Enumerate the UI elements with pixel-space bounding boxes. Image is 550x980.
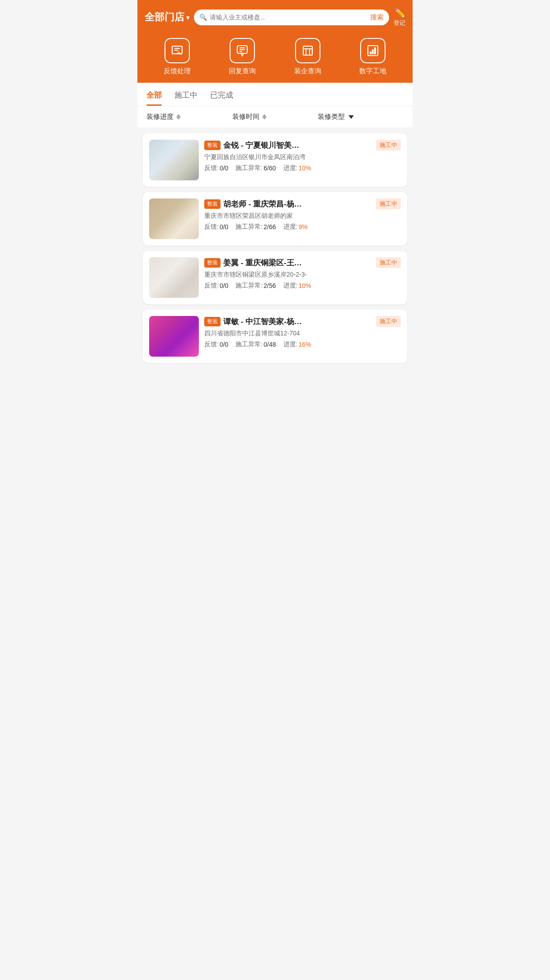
stat-abnormal: 施工异常: 2/56 <box>235 282 276 290</box>
nav-company[interactable]: 装企查询 <box>294 38 321 75</box>
list-item[interactable]: 整装 金锐 - 宁夏银川智美… 施工中 宁夏回族自治区银川市金凤区南泊湾 反馈:… <box>143 133 407 187</box>
login-button[interactable]: ✏️ 登记 <box>394 7 405 27</box>
header-top: 全部门店 ▾ 🔍 搜索 ✏️ 登记 <box>145 7 405 27</box>
stat-abnormal: 施工异常: 6/60 <box>235 164 276 172</box>
tab-completed[interactable]: 已完成 <box>210 83 233 106</box>
company-icon <box>295 38 320 63</box>
stat-progress: 进度: 10% <box>283 164 311 172</box>
svg-rect-8 <box>306 49 310 55</box>
search-icon: 🔍 <box>199 14 207 21</box>
filter-type[interactable]: 装修类型 <box>318 113 404 121</box>
svg-rect-7 <box>303 46 312 55</box>
search-button[interactable]: 搜索 <box>370 13 384 22</box>
stat-abnormal: 施工异常: 2/66 <box>235 223 276 231</box>
card-address: 重庆市市辖区荣昌区胡老师的家 <box>204 212 401 220</box>
status-badge: 施工中 <box>376 140 401 151</box>
nav-icons: 反馈处理 回复查询 <box>145 34 405 83</box>
reply-icon <box>230 38 255 63</box>
company-label: 装企查询 <box>294 67 321 75</box>
nav-digital[interactable]: 数字工地 <box>359 38 386 75</box>
sort-arrows-progress <box>176 114 181 119</box>
feedback-label: 反馈处理 <box>164 67 191 75</box>
status-badge: 施工中 <box>376 257 401 268</box>
card-image <box>149 316 199 357</box>
digital-icon <box>360 38 385 63</box>
status-badge: 施工中 <box>376 198 401 209</box>
stat-feedback: 反馈: 0/0 <box>204 223 228 231</box>
reply-label: 回复查询 <box>229 67 256 75</box>
edit-icon: ✏️ <box>394 7 405 18</box>
stat-progress: 进度: 9% <box>283 223 308 231</box>
card-address: 宁夏回族自治区银川市金凤区南泊湾 <box>204 153 401 161</box>
svg-rect-12 <box>370 52 371 54</box>
card-title: 谭敏 - 中江智美家-杨… <box>223 316 302 327</box>
tab-all[interactable]: 全部 <box>146 83 162 106</box>
dropdown-arrow-type <box>348 115 354 119</box>
tag-zhengzhuang: 整装 <box>204 317 221 326</box>
store-selector[interactable]: 全部门店 ▾ <box>145 10 189 24</box>
tag-zhengzhuang: 整装 <box>204 258 221 268</box>
card-stats: 反馈: 0/0 施工异常: 0/48 进度: 16% <box>204 340 401 349</box>
filter-time[interactable]: 装修时间 <box>232 113 318 121</box>
card-list: 整装 金锐 - 宁夏银川智美… 施工中 宁夏回族自治区银川市金凤区南泊湾 反馈:… <box>137 128 413 368</box>
svg-rect-13 <box>372 49 374 54</box>
card-title: 金锐 - 宁夏银川智美… <box>223 140 299 151</box>
list-item[interactable]: 整装 谭敏 - 中江智美家-杨… 施工中 四川省德阳市中江县博世城12-704 … <box>143 310 407 363</box>
card-image <box>149 257 199 298</box>
card-content: 整装 姜翼 - 重庆铜梁区-王… 施工中 重庆市市辖区铜梁区原乡溪岸20-2-3… <box>204 257 401 290</box>
tag-zhengzhuang: 整装 <box>204 199 221 209</box>
card-content: 整装 金锐 - 宁夏银川智美… 施工中 宁夏回族自治区银川市金凤区南泊湾 反馈:… <box>204 140 401 172</box>
list-item[interactable]: 整装 胡老师 - 重庆荣昌-杨… 施工中 重庆市市辖区荣昌区胡老师的家 反馈: … <box>143 192 407 245</box>
tag-zhengzhuang: 整装 <box>204 141 221 150</box>
svg-rect-14 <box>374 47 376 54</box>
tab-bar: 全部 施工中 已完成 <box>137 83 413 106</box>
filter-bar: 装修进度 装修时间 装修类型 <box>137 106 413 128</box>
stat-feedback: 反馈: 0/0 <box>204 282 228 290</box>
card-address: 重庆市市辖区铜梁区原乡溪岸20-2-3- <box>204 271 401 279</box>
feedback-icon <box>165 38 190 63</box>
stat-feedback: 反馈: 0/0 <box>204 340 228 349</box>
search-input[interactable] <box>210 14 367 21</box>
tab-inprogress[interactable]: 施工中 <box>174 83 197 106</box>
stat-progress: 进度: 10% <box>283 282 311 290</box>
filter-progress[interactable]: 装修进度 <box>146 113 232 121</box>
card-stats: 反馈: 0/0 施工异常: 2/66 进度: 9% <box>204 223 401 231</box>
card-content: 整装 胡老师 - 重庆荣昌-杨… 施工中 重庆市市辖区荣昌区胡老师的家 反馈: … <box>204 198 401 231</box>
sort-arrows-time <box>262 114 267 119</box>
stat-abnormal: 施工异常: 0/48 <box>235 340 276 349</box>
card-title: 胡老师 - 重庆荣昌-杨… <box>223 199 302 209</box>
card-address: 四川省德阳市中江县博世城12-704 <box>204 330 401 338</box>
stat-feedback: 反馈: 0/0 <box>204 164 228 172</box>
card-stats: 反馈: 0/0 施工异常: 2/56 进度: 10% <box>204 282 401 290</box>
card-image <box>149 198 199 239</box>
card-title: 姜翼 - 重庆铜梁区-王… <box>223 258 302 268</box>
card-content: 整装 谭敏 - 中江智美家-杨… 施工中 四川省德阳市中江县博世城12-704 … <box>204 316 401 349</box>
chevron-down-icon: ▾ <box>186 14 189 21</box>
stat-progress: 进度: 16% <box>283 340 311 349</box>
header: 全部门店 ▾ 🔍 搜索 ✏️ 登记 反馈处理 <box>137 0 413 83</box>
list-item[interactable]: 整装 姜翼 - 重庆铜梁区-王… 施工中 重庆市市辖区铜梁区原乡溪岸20-2-3… <box>143 251 407 304</box>
digital-label: 数字工地 <box>359 67 386 75</box>
status-badge: 施工中 <box>376 316 401 327</box>
store-label: 全部门店 <box>145 10 184 24</box>
search-bar: 🔍 搜索 <box>194 9 389 25</box>
login-label: 登记 <box>394 19 405 27</box>
nav-feedback[interactable]: 反馈处理 <box>164 38 191 75</box>
nav-reply[interactable]: 回复查询 <box>229 38 256 75</box>
card-stats: 反馈: 0/0 施工异常: 6/60 进度: 10% <box>204 164 401 172</box>
card-image <box>149 140 199 180</box>
